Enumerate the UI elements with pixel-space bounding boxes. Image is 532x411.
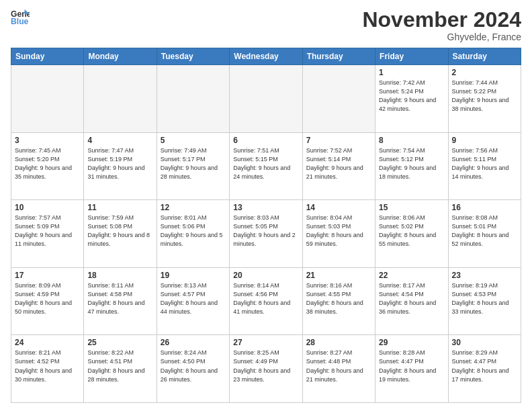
page: General Blue November 2024 Ghyvelde, Fra… (0, 0, 532, 411)
day-number: 14 (306, 203, 371, 212)
table-row: 23Sunrise: 8:19 AM Sunset: 4:53 PM Dayli… (448, 267, 521, 335)
table-row: 13Sunrise: 8:03 AM Sunset: 5:05 PM Dayli… (230, 200, 302, 268)
table-row: 16Sunrise: 8:08 AM Sunset: 5:01 PM Dayli… (448, 200, 521, 268)
table-row: 21Sunrise: 8:16 AM Sunset: 4:55 PM Dayli… (302, 267, 375, 335)
day-number: 9 (452, 136, 517, 145)
header-sunday: Sunday (11, 48, 84, 65)
table-row: 6Sunrise: 7:51 AM Sunset: 5:15 PM Daylig… (230, 132, 302, 200)
calendar-week-row: 24Sunrise: 8:21 AM Sunset: 4:52 PM Dayli… (11, 335, 521, 403)
day-number: 10 (15, 203, 80, 212)
day-number: 22 (379, 271, 444, 280)
day-number: 26 (161, 338, 226, 347)
day-info: Sunrise: 7:56 AM Sunset: 5:11 PM Dayligh… (452, 146, 517, 181)
calendar-week-row: 17Sunrise: 8:09 AM Sunset: 4:59 PM Dayli… (11, 267, 521, 335)
day-info: Sunrise: 8:08 AM Sunset: 5:01 PM Dayligh… (452, 214, 517, 248)
day-number: 27 (233, 338, 298, 347)
table-row: 15Sunrise: 8:06 AM Sunset: 5:02 PM Dayli… (375, 200, 448, 268)
table-row: 18Sunrise: 8:11 AM Sunset: 4:58 PM Dayli… (84, 267, 157, 335)
day-info: Sunrise: 8:09 AM Sunset: 4:59 PM Dayligh… (15, 281, 80, 316)
header-wednesday: Wednesday (230, 48, 302, 65)
table-row: 3Sunrise: 7:45 AM Sunset: 5:20 PM Daylig… (11, 132, 84, 200)
day-number: 7 (306, 136, 371, 145)
header-tuesday: Tuesday (157, 48, 229, 65)
day-info: Sunrise: 8:24 AM Sunset: 4:50 PM Dayligh… (161, 349, 226, 383)
day-number: 20 (233, 271, 298, 280)
day-info: Sunrise: 7:44 AM Sunset: 5:22 PM Dayligh… (452, 79, 517, 113)
day-info: Sunrise: 8:17 AM Sunset: 4:54 PM Dayligh… (379, 281, 444, 316)
day-info: Sunrise: 8:03 AM Sunset: 5:05 PM Dayligh… (233, 214, 298, 248)
day-info: Sunrise: 7:42 AM Sunset: 5:24 PM Dayligh… (379, 79, 444, 113)
day-number: 5 (161, 136, 226, 145)
day-number: 1 (379, 68, 444, 77)
table-row: 19Sunrise: 8:13 AM Sunset: 4:57 PM Dayli… (157, 267, 229, 335)
calendar-week-row: 3Sunrise: 7:45 AM Sunset: 5:20 PM Daylig… (11, 132, 521, 200)
day-info: Sunrise: 7:51 AM Sunset: 5:15 PM Dayligh… (233, 146, 298, 181)
day-info: Sunrise: 8:04 AM Sunset: 5:03 PM Dayligh… (306, 214, 371, 248)
table-row: 25Sunrise: 8:22 AM Sunset: 4:51 PM Dayli… (84, 335, 157, 403)
day-number: 17 (15, 271, 80, 280)
day-info: Sunrise: 7:52 AM Sunset: 5:14 PM Dayligh… (306, 146, 371, 181)
day-info: Sunrise: 7:49 AM Sunset: 5:17 PM Dayligh… (161, 146, 226, 181)
day-number: 30 (452, 338, 517, 347)
table-row: 26Sunrise: 8:24 AM Sunset: 4:50 PM Dayli… (157, 335, 229, 403)
day-number: 28 (306, 338, 371, 347)
calendar-week-row: 1Sunrise: 7:42 AM Sunset: 5:24 PM Daylig… (11, 65, 521, 133)
table-row: 8Sunrise: 7:54 AM Sunset: 5:12 PM Daylig… (375, 132, 448, 200)
calendar-header-row: Sunday Monday Tuesday Wednesday Thursday… (11, 48, 521, 65)
header-monday: Monday (84, 48, 157, 65)
day-number: 23 (452, 271, 517, 280)
table-row: 1Sunrise: 7:42 AM Sunset: 5:24 PM Daylig… (375, 65, 448, 133)
day-info: Sunrise: 7:57 AM Sunset: 5:09 PM Dayligh… (15, 214, 80, 248)
header-friday: Friday (375, 48, 448, 65)
table-row (302, 65, 375, 133)
table-row: 27Sunrise: 8:25 AM Sunset: 4:49 PM Dayli… (230, 335, 302, 403)
table-row: 7Sunrise: 7:52 AM Sunset: 5:14 PM Daylig… (302, 132, 375, 200)
header-saturday: Saturday (448, 48, 521, 65)
table-row: 5Sunrise: 7:49 AM Sunset: 5:17 PM Daylig… (157, 132, 229, 200)
day-number: 15 (379, 203, 444, 212)
header: General Blue November 2024 Ghyvelde, Fra… (11, 8, 521, 42)
table-row: 28Sunrise: 8:27 AM Sunset: 4:48 PM Dayli… (302, 335, 375, 403)
day-info: Sunrise: 8:22 AM Sunset: 4:51 PM Dayligh… (87, 349, 152, 383)
day-info: Sunrise: 7:59 AM Sunset: 5:08 PM Dayligh… (87, 214, 152, 248)
day-info: Sunrise: 7:45 AM Sunset: 5:20 PM Dayligh… (15, 146, 80, 181)
table-row: 20Sunrise: 8:14 AM Sunset: 4:56 PM Dayli… (230, 267, 302, 335)
table-row: 2Sunrise: 7:44 AM Sunset: 5:22 PM Daylig… (448, 65, 521, 133)
table-row: 10Sunrise: 7:57 AM Sunset: 5:09 PM Dayli… (11, 200, 84, 268)
day-number: 12 (161, 203, 226, 212)
table-row: 24Sunrise: 8:21 AM Sunset: 4:52 PM Dayli… (11, 335, 84, 403)
table-row (11, 65, 84, 133)
table-row: 14Sunrise: 8:04 AM Sunset: 5:03 PM Dayli… (302, 200, 375, 268)
table-row: 29Sunrise: 8:28 AM Sunset: 4:47 PM Dayli… (375, 335, 448, 403)
logo: General Blue (11, 8, 30, 27)
table-row (230, 65, 302, 133)
day-info: Sunrise: 7:54 AM Sunset: 5:12 PM Dayligh… (379, 146, 444, 181)
day-number: 6 (233, 136, 298, 145)
day-info: Sunrise: 8:16 AM Sunset: 4:55 PM Dayligh… (306, 281, 371, 316)
day-info: Sunrise: 8:13 AM Sunset: 4:57 PM Dayligh… (161, 281, 226, 316)
table-row: 22Sunrise: 8:17 AM Sunset: 4:54 PM Dayli… (375, 267, 448, 335)
table-row: 4Sunrise: 7:47 AM Sunset: 5:19 PM Daylig… (84, 132, 157, 200)
day-number: 24 (15, 338, 80, 347)
day-info: Sunrise: 8:28 AM Sunset: 4:47 PM Dayligh… (379, 349, 444, 383)
day-number: 2 (452, 68, 517, 77)
day-info: Sunrise: 8:06 AM Sunset: 5:02 PM Dayligh… (379, 214, 444, 248)
day-number: 3 (15, 136, 80, 145)
day-number: 25 (87, 338, 152, 347)
day-number: 11 (87, 203, 152, 212)
day-info: Sunrise: 8:25 AM Sunset: 4:49 PM Dayligh… (233, 349, 298, 383)
header-thursday: Thursday (302, 48, 375, 65)
table-row: 30Sunrise: 8:29 AM Sunset: 4:47 PM Dayli… (448, 335, 521, 403)
calendar-week-row: 10Sunrise: 7:57 AM Sunset: 5:09 PM Dayli… (11, 200, 521, 268)
table-row (84, 65, 157, 133)
day-number: 16 (452, 203, 517, 212)
calendar-table: Sunday Monday Tuesday Wednesday Thursday… (11, 48, 521, 403)
svg-text:Blue: Blue (11, 17, 29, 26)
day-number: 18 (87, 271, 152, 280)
day-info: Sunrise: 8:27 AM Sunset: 4:48 PM Dayligh… (306, 349, 371, 383)
day-number: 29 (379, 338, 444, 347)
table-row (157, 65, 229, 133)
day-info: Sunrise: 8:11 AM Sunset: 4:58 PM Dayligh… (87, 281, 152, 316)
day-number: 4 (87, 136, 152, 145)
table-row: 12Sunrise: 8:01 AM Sunset: 5:06 PM Dayli… (157, 200, 229, 268)
